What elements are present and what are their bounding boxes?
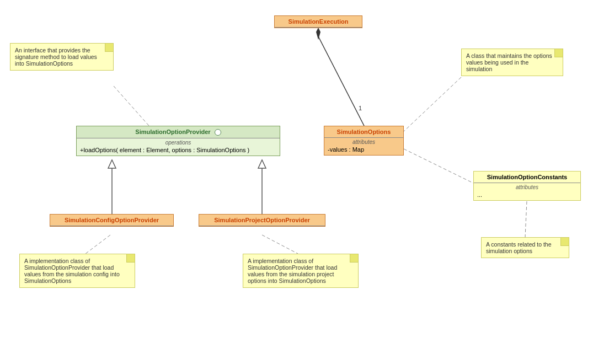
note-config-impl: A implementation class of SimulationOpti… (19, 254, 135, 288)
class-simulation-option-constants: SimulationOptionConstants attributes ... (473, 171, 581, 201)
note-class-maintains: A class that maintains the options value… (461, 49, 563, 76)
simulation-option-provider-operations: operations +loadOptions( element : Eleme… (77, 138, 280, 156)
class-header-simulation-config-option-provider: SimulationConfigOptionProvider (50, 215, 173, 226)
class-simulation-config-option-provider: SimulationConfigOptionProvider (50, 214, 174, 227)
simulation-option-constants-attributes: attributes ... (474, 183, 580, 200)
class-simulation-option-provider: SimulationOptionProvider operations +loa… (76, 126, 280, 156)
svg-text:1: 1 (359, 105, 362, 111)
svg-line-10 (86, 235, 110, 254)
svg-marker-8 (258, 160, 266, 168)
note-constants: A constants related to the simulation op… (481, 237, 569, 258)
class-simulation-project-option-provider: SimulationProjectOptionProvider (199, 214, 325, 227)
class-header-simulation-execution: SimulationExecution (275, 16, 362, 28)
svg-line-3 (114, 86, 149, 126)
class-header-simulation-project-option-provider: SimulationProjectOptionProvider (199, 215, 325, 226)
svg-line-12 (404, 149, 473, 183)
simulation-options-attributes: attributes -values : Map (324, 138, 403, 155)
interface-icon (215, 129, 221, 136)
svg-line-0 (318, 36, 364, 126)
note-project-impl: A implementation class of SimulationOpti… (243, 254, 359, 288)
uml-diagram: 1 SimulationExecution SimulationOptions … (0, 0, 609, 364)
note-interface: An interface that provides the signature… (10, 43, 114, 71)
class-header-simulation-option-constants: SimulationOptionConstants (474, 172, 580, 183)
class-simulation-execution: SimulationExecution (274, 15, 362, 28)
svg-line-9 (525, 201, 527, 237)
svg-line-4 (403, 77, 461, 132)
svg-marker-1 (316, 28, 320, 40)
svg-marker-6 (108, 160, 116, 168)
class-header-simulation-option-provider: SimulationOptionProvider (77, 126, 280, 138)
svg-line-11 (262, 235, 298, 254)
class-simulation-options: SimulationOptions attributes -values : M… (324, 126, 404, 156)
class-header-simulation-options: SimulationOptions (324, 126, 403, 138)
